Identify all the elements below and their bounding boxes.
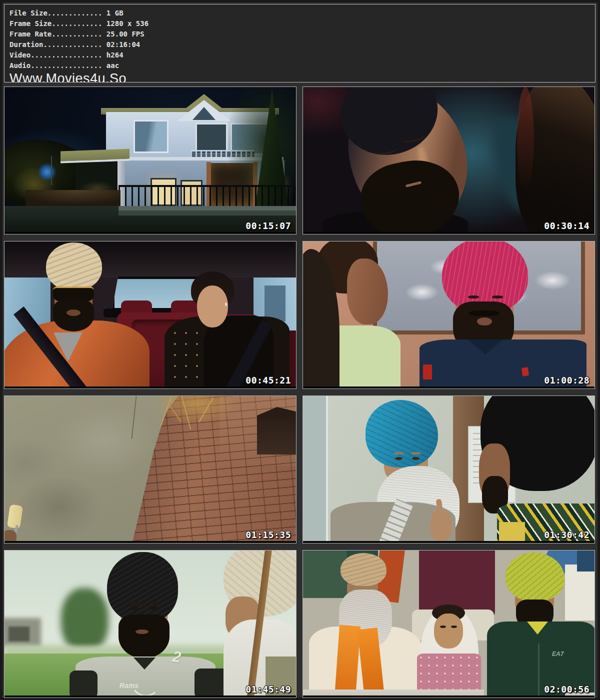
black-beard — [118, 614, 170, 658]
eye — [130, 606, 138, 610]
curb — [118, 206, 296, 210]
driveway — [26, 190, 120, 208]
info-line-duration: Duration.............. 02:16:04 — [10, 40, 595, 50]
timestamp-overlay: 00:30:14 — [544, 220, 590, 231]
dark-window-opening — [257, 407, 296, 454]
girl-eye — [451, 626, 457, 628]
screenshot-pink-turban: 01:00:28 — [302, 241, 595, 389]
woman-face-shade — [199, 290, 226, 326]
eyebrow — [394, 452, 404, 454]
jersey-brand-text: Rams — [120, 682, 138, 690]
jacket-logo-text: EA7 — [552, 650, 564, 658]
eye — [150, 606, 158, 610]
red-polo-logo — [522, 367, 529, 376]
letterbox-bar — [303, 232, 595, 234]
eye — [468, 296, 479, 298]
info-line-video: Video................. h264 — [10, 50, 595, 60]
chartreuse-turban — [506, 552, 564, 602]
screenshot-family-seated: EA7 02:00:56 — [302, 550, 595, 698]
lamp-pole — [51, 156, 52, 185]
letterbox-bar — [303, 696, 595, 698]
white-clothes-behind — [565, 564, 595, 620]
black-turban — [107, 552, 178, 623]
screenshots-grid: 00:15:07 00:30:14 — [4, 86, 595, 698]
open-mouth — [477, 318, 492, 326]
screenshot-house-night: 00:15:07 — [4, 86, 296, 234]
jacket-zipper — [538, 644, 540, 698]
letterbox-bar — [303, 541, 595, 543]
timestamp-overlay: 00:15:07 — [246, 220, 291, 231]
website-name: Www.Movies4u.So — [10, 72, 595, 82]
eye — [492, 296, 503, 298]
dried-plant — [150, 396, 242, 429]
balcony-door — [196, 123, 228, 154]
yellow-tshirt — [499, 522, 525, 544]
iron-fence — [118, 185, 296, 209]
timestamp-overlay: 01:15:35 — [246, 530, 291, 540]
info-line-frame-rate: Frame Rate............ 25.00 FPS — [10, 29, 595, 40]
media-info-panel: File Size............. 1 GB Frame Size..… — [4, 4, 596, 82]
blurred-tree — [61, 588, 108, 653]
letterbox-bar — [4, 541, 296, 543]
timestamp-overlay: 01:30:42 — [544, 530, 590, 540]
eye — [395, 457, 402, 460]
letterbox-bar — [4, 232, 296, 234]
glass-panel — [303, 396, 328, 544]
mouth — [136, 630, 148, 634]
shed-opening — [8, 626, 30, 642]
info-line-file-size: File Size............. 1 GB — [10, 8, 595, 18]
sleeve-number-patch — [423, 364, 432, 380]
building-through-window — [264, 286, 286, 322]
screenshot-face-closeup: 00:30:14 — [302, 86, 595, 234]
screenshot-elder-blue-turban: 01:30:42 — [302, 396, 595, 544]
letterbox-bar — [4, 696, 296, 698]
girl-face — [434, 614, 463, 648]
tan-turban — [340, 553, 386, 586]
info-line-frame-size: Frame Size............ 1280 x 536 — [10, 18, 595, 29]
timestamp-overlay: 01:00:28 — [544, 375, 590, 386]
info-line-audio: Audio................. aac — [10, 60, 595, 71]
silhouette-rim-light — [517, 87, 534, 192]
driver-mouth — [66, 310, 80, 316]
screenshot-brick-wall: 01:15:35 — [4, 396, 296, 544]
timestamp-overlay: 02:00:56 — [544, 684, 590, 694]
earring — [225, 302, 227, 306]
sunglasses — [53, 286, 94, 301]
eyebrow — [411, 452, 421, 454]
navy-jacket-behind — [577, 550, 595, 572]
sidewalk — [118, 210, 296, 216]
timestamp-overlay: 00:45:21 — [246, 375, 291, 386]
screenshot-field-black-turban: 2 Rams 01:45:49 — [4, 550, 296, 698]
screenshot-car-interior: 00:45:21 — [4, 241, 296, 389]
gable-vent — [192, 107, 216, 120]
eye — [412, 457, 420, 460]
dark-sleeve — [70, 670, 98, 698]
cream-turban — [46, 242, 102, 290]
letterbox-bar — [4, 386, 296, 388]
girl-eye — [440, 626, 446, 628]
blue-streetlight-glow — [36, 161, 58, 183]
mustache — [468, 310, 500, 316]
upper-window — [134, 120, 168, 153]
timestamp-overlay: 01:45:49 — [246, 684, 291, 694]
letterbox-bar — [303, 386, 595, 388]
screenshot-preview-page: File Size............. 1 GB Frame Size..… — [0, 0, 600, 700]
